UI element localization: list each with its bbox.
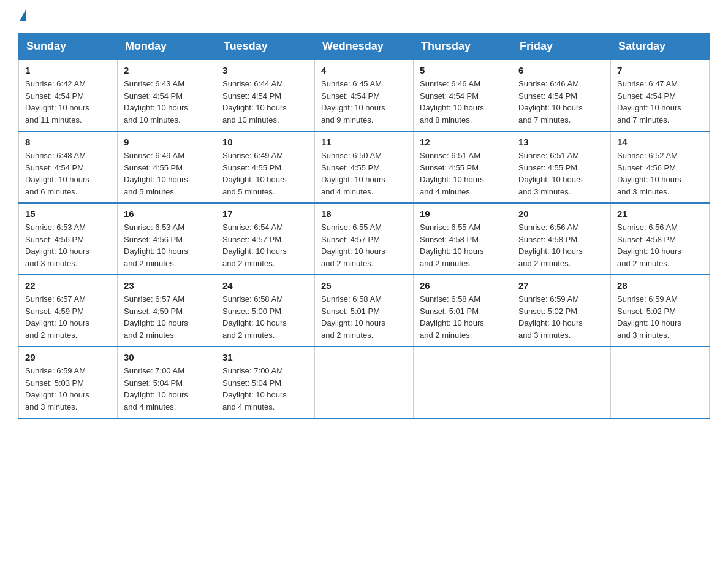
calendar-week-row: 29Sunrise: 6:59 AMSunset: 5:03 PMDayligh… [19,347,710,418]
day-info: Sunrise: 6:49 AMSunset: 4:55 PMDaylight:… [124,150,210,197]
calendar-cell: 25Sunrise: 6:58 AMSunset: 5:01 PMDayligh… [315,275,414,347]
day-info: Sunrise: 6:58 AMSunset: 5:00 PMDaylight:… [222,293,308,341]
day-number: 28 [617,280,703,291]
day-number: 5 [420,65,506,75]
calendar-cell: 31Sunrise: 7:00 AMSunset: 5:04 PMDayligh… [216,347,315,418]
day-number: 20 [518,209,604,219]
day-info: Sunrise: 6:51 AMSunset: 4:55 PMDaylight:… [518,150,604,197]
calendar-cell [611,347,710,418]
calendar-cell: 30Sunrise: 7:00 AMSunset: 5:04 PMDayligh… [118,347,216,418]
day-number: 24 [222,280,308,291]
day-number: 27 [518,280,604,291]
calendar-week-row: 8Sunrise: 6:48 AMSunset: 4:54 PMDaylight… [19,131,710,203]
day-info: Sunrise: 6:47 AMSunset: 4:54 PMDaylight:… [617,78,703,126]
calendar-cell: 26Sunrise: 6:58 AMSunset: 5:01 PMDayligh… [414,275,512,347]
day-number: 16 [124,209,210,219]
day-info: Sunrise: 6:59 AMSunset: 5:02 PMDaylight:… [518,293,604,341]
calendar-cell: 28Sunrise: 6:59 AMSunset: 5:02 PMDayligh… [611,275,710,347]
day-info: Sunrise: 6:59 AMSunset: 5:02 PMDaylight:… [617,293,703,341]
day-number: 11 [321,137,407,147]
col-header-wednesday: Wednesday [315,34,414,60]
calendar-week-row: 1Sunrise: 6:42 AMSunset: 4:54 PMDaylight… [19,59,710,131]
calendar-table: SundayMondayTuesdayWednesdayThursdayFrid… [18,33,710,419]
day-number: 21 [617,209,703,219]
calendar-cell: 2Sunrise: 6:43 AMSunset: 4:54 PMDaylight… [118,59,216,131]
calendar-cell: 14Sunrise: 6:52 AMSunset: 4:56 PMDayligh… [611,131,710,203]
day-info: Sunrise: 6:55 AMSunset: 4:57 PMDaylight:… [321,221,407,269]
calendar-cell: 24Sunrise: 6:58 AMSunset: 5:00 PMDayligh… [216,275,315,347]
calendar-cell: 21Sunrise: 6:56 AMSunset: 4:58 PMDayligh… [611,203,710,275]
day-number: 10 [222,137,308,147]
day-info: Sunrise: 6:51 AMSunset: 4:55 PMDaylight:… [420,150,506,197]
day-number: 12 [420,137,506,147]
day-info: Sunrise: 6:52 AMSunset: 4:56 PMDaylight:… [617,150,703,197]
col-header-tuesday: Tuesday [216,34,315,60]
day-info: Sunrise: 6:46 AMSunset: 4:54 PMDaylight:… [420,78,506,126]
day-number: 17 [222,209,308,219]
calendar-cell: 20Sunrise: 6:56 AMSunset: 4:58 PMDayligh… [512,203,611,275]
calendar-cell: 27Sunrise: 6:59 AMSunset: 5:02 PMDayligh… [512,275,611,347]
calendar-cell: 6Sunrise: 6:46 AMSunset: 4:54 PMDaylight… [512,59,611,131]
day-info: Sunrise: 6:42 AMSunset: 4:54 PMDaylight:… [25,78,111,126]
calendar-cell: 3Sunrise: 6:44 AMSunset: 4:54 PMDaylight… [216,59,315,131]
day-number: 3 [222,65,308,75]
calendar-cell: 7Sunrise: 6:47 AMSunset: 4:54 PMDaylight… [611,59,710,131]
day-info: Sunrise: 7:00 AMSunset: 5:04 PMDaylight:… [124,365,210,413]
day-info: Sunrise: 6:54 AMSunset: 4:57 PMDaylight:… [222,221,308,269]
col-header-sunday: Sunday [19,34,118,60]
day-number: 1 [25,65,111,75]
day-number: 29 [25,352,111,362]
calendar-cell: 10Sunrise: 6:49 AMSunset: 4:55 PMDayligh… [216,131,315,203]
day-info: Sunrise: 6:57 AMSunset: 4:59 PMDaylight:… [25,293,111,341]
day-info: Sunrise: 6:43 AMSunset: 4:54 PMDaylight:… [124,78,210,126]
day-number: 18 [321,209,407,219]
day-number: 14 [617,137,703,147]
calendar-cell: 23Sunrise: 6:57 AMSunset: 4:59 PMDayligh… [118,275,216,347]
day-number: 2 [124,65,210,75]
day-info: Sunrise: 6:56 AMSunset: 4:58 PMDaylight:… [617,221,703,269]
day-info: Sunrise: 6:44 AMSunset: 4:54 PMDaylight:… [222,78,308,126]
col-header-monday: Monday [118,34,216,60]
calendar-cell: 9Sunrise: 6:49 AMSunset: 4:55 PMDaylight… [118,131,216,203]
calendar-cell: 17Sunrise: 6:54 AMSunset: 4:57 PMDayligh… [216,203,315,275]
calendar-cell: 12Sunrise: 6:51 AMSunset: 4:55 PMDayligh… [414,131,512,203]
calendar-cell: 18Sunrise: 6:55 AMSunset: 4:57 PMDayligh… [315,203,414,275]
day-number: 15 [25,209,111,219]
day-number: 9 [124,137,210,147]
day-info: Sunrise: 6:53 AMSunset: 4:56 PMDaylight:… [124,221,210,269]
day-number: 8 [25,137,111,147]
calendar-cell: 8Sunrise: 6:48 AMSunset: 4:54 PMDaylight… [19,131,118,203]
col-header-friday: Friday [512,34,611,60]
day-number: 22 [25,280,111,291]
calendar-cell: 1Sunrise: 6:42 AMSunset: 4:54 PMDaylight… [19,59,118,131]
day-info: Sunrise: 6:58 AMSunset: 5:01 PMDaylight:… [321,293,407,341]
day-info: Sunrise: 6:50 AMSunset: 4:55 PMDaylight:… [321,150,407,197]
calendar-cell [315,347,414,418]
day-info: Sunrise: 6:49 AMSunset: 4:55 PMDaylight:… [222,150,308,197]
calendar-cell: 22Sunrise: 6:57 AMSunset: 4:59 PMDayligh… [19,275,118,347]
day-number: 4 [321,65,407,75]
day-number: 6 [518,65,604,75]
calendar-header-row: SundayMondayTuesdayWednesdayThursdayFrid… [19,34,710,60]
day-info: Sunrise: 6:48 AMSunset: 4:54 PMDaylight:… [25,150,111,197]
calendar-cell [512,347,611,418]
calendar-cell: 13Sunrise: 6:51 AMSunset: 4:55 PMDayligh… [512,131,611,203]
calendar-week-row: 15Sunrise: 6:53 AMSunset: 4:56 PMDayligh… [19,203,710,275]
day-info: Sunrise: 7:00 AMSunset: 5:04 PMDaylight:… [222,365,308,413]
day-info: Sunrise: 6:57 AMSunset: 4:59 PMDaylight:… [124,293,210,341]
calendar-cell: 16Sunrise: 6:53 AMSunset: 4:56 PMDayligh… [118,203,216,275]
col-header-thursday: Thursday [414,34,512,60]
day-info: Sunrise: 6:59 AMSunset: 5:03 PMDaylight:… [25,365,111,413]
calendar-cell [414,347,512,418]
calendar-week-row: 22Sunrise: 6:57 AMSunset: 4:59 PMDayligh… [19,275,710,347]
day-number: 25 [321,280,407,291]
calendar-cell: 11Sunrise: 6:50 AMSunset: 4:55 PMDayligh… [315,131,414,203]
day-number: 26 [420,280,506,291]
calendar-cell: 15Sunrise: 6:53 AMSunset: 4:56 PMDayligh… [19,203,118,275]
col-header-saturday: Saturday [611,34,710,60]
day-number: 19 [420,209,506,219]
calendar-cell: 29Sunrise: 6:59 AMSunset: 5:03 PMDayligh… [19,347,118,418]
calendar-cell: 5Sunrise: 6:46 AMSunset: 4:54 PMDaylight… [414,59,512,131]
day-number: 13 [518,137,604,147]
day-info: Sunrise: 6:53 AMSunset: 4:56 PMDaylight:… [25,221,111,269]
